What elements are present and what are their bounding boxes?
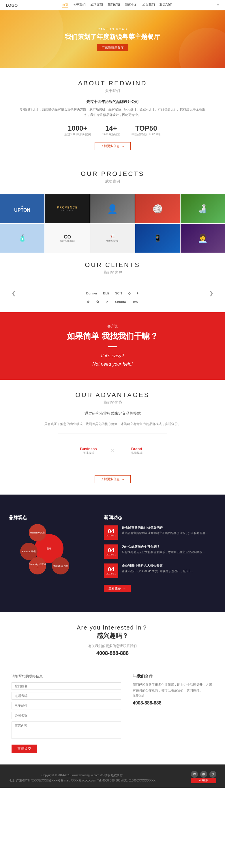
hero-section: CANTON ROAD 我们策划了年度新锐粤菜主题餐厅 广东溢蒸庄餐厅 [0, 10, 225, 68]
client-triangle: △ [106, 300, 108, 304]
adv-learn-more-button[interactable]: 了解更多信息 → [95, 475, 131, 483]
news-item-2[interactable]: 04 2016-11 为什么品牌颜色个符合您？ 只有找到适合企业文化的色彩体系，… [104, 545, 219, 559]
about-en-title: ABOUT REDWIND [17, 80, 208, 87]
contact-form-container: 请填写您的联络信息 立即提交 [11, 674, 121, 753]
learn-more-label: 了解更多信息 [101, 144, 120, 148]
client-bw: BW [133, 300, 138, 304]
brand-circles: 品牌 Ustability 实用 Balance 平衡 Creativity 创… [26, 525, 72, 571]
quote-en1: If it's easy? [17, 352, 208, 360]
company-input[interactable] [11, 712, 121, 719]
interest-section: Are you interested in？ 感兴趣吗？ 有关我们的更多信息请联… [0, 612, 225, 674]
news-ym-3: 2016-11 [106, 572, 116, 575]
clients-cn-title: 我们的客户 [11, 270, 214, 275]
footer-bottom-row: Copyright © 2014-2016 www.shiwanguo.com … [9, 769, 216, 783]
hero-subtitle: CANTON ROAD [97, 27, 127, 31]
news-content-2: 为什么品牌颜色个符合您？ 只有找到适合企业文化的色彩体系，才能真正建立企业识别系… [122, 545, 219, 554]
about-learn-more-button[interactable]: 了解更多信息 → [95, 142, 131, 150]
project-item-upton[interactable]: ◆ UPTON [0, 194, 44, 223]
form-row-name [11, 682, 121, 690]
nav-news[interactable]: 新闻中心 [125, 3, 138, 7]
dark-section: 品牌观点 品牌 Ustability 实用 Balance 平衡 Creativ… [0, 495, 225, 612]
news-day-3: 04 [108, 566, 114, 572]
client-diamond: ◇ [128, 291, 130, 295]
news-section: 新闻动态 04 2016-11 是否经营者的设计价值影响你 通过品牌宣传帮助企业… [98, 506, 225, 601]
footer-right: W 微 Q WP模板 [191, 769, 216, 783]
project-item-tech[interactable]: 📱 [135, 224, 180, 253]
adv-business-box: Business 商业模式 [70, 439, 107, 462]
wp-badge: WP模板 [191, 778, 216, 783]
nav-join[interactable]: 加入我们 [142, 3, 155, 7]
adv-business-title: Business [80, 447, 97, 451]
hero-button[interactable]: 广东溢蒸庄餐厅 [97, 44, 128, 51]
news-date-3: 04 2016-11 [104, 563, 118, 578]
brand-section: 品牌观点 品牌 Ustability 实用 Balance 平衡 Creativ… [0, 506, 98, 601]
quote-small-text: 客户说 [17, 324, 208, 329]
more-news-button[interactable]: 查看更多 → [104, 585, 131, 592]
project-item-go[interactable]: GO GOFAIR 2012 [45, 224, 89, 253]
wechat-icon[interactable]: W [191, 771, 198, 778]
project-item-water[interactable]: 🧴 [0, 224, 44, 253]
news-text-3: 企业VI设计（Visual Identity）即视觉识别设计，是CIS... [122, 569, 219, 573]
learn-more-arrow-icon: → [122, 145, 125, 148]
clients-en-title: OUR CLIENTS [11, 261, 214, 269]
adv-cross-icon: ✕ [110, 447, 115, 454]
stat-3-num: TOP50 [132, 124, 161, 132]
news-date-1: 04 2016-11 [104, 525, 118, 540]
nav-home[interactable]: 首页 [62, 3, 68, 7]
stat-1-label: 超过1000款服务案例 [64, 132, 91, 136]
adv-learn-arrow-icon: → [122, 477, 125, 481]
project-item-greenbottle[interactable]: 🍶 [181, 194, 225, 223]
interest-en-title: Are you interested in？ [17, 624, 208, 631]
brand-label-balance: Balance 平衡 [22, 550, 35, 553]
adv-en-title: OUR ADVANTAGES [17, 391, 208, 399]
news-item-1[interactable]: 04 2016-11 是否经营者的设计价值影响你 通过品牌宣传帮助企业商家树立正… [104, 525, 219, 540]
coop-title: 与我们合作 [133, 674, 214, 679]
stat-2-num: 14+ [102, 124, 120, 132]
adv-sub-text: 只有真正了解您的商业模式，找到差异化的核心价值，才能建立有竞争力的品牌模式，实现… [17, 422, 208, 426]
weibo-icon[interactable]: 微 [200, 771, 207, 778]
brand-label-creativity: Creativity 创意设计 [29, 563, 46, 569]
form-row-email [11, 702, 121, 709]
news-item-3[interactable]: 04 2016-11 企业VI设计分析六大核心要素 企业VI设计（Visual … [104, 563, 219, 578]
project-item-chinese[interactable]: 江 中国食品网络 [90, 224, 135, 253]
stat-1: 1000+ 超过1000款服务案例 [64, 124, 91, 136]
qq-icon[interactable]: Q [210, 771, 216, 778]
project-item-woman1[interactable]: 👤 [90, 194, 135, 223]
hamburger-icon[interactable]: ≡ [217, 3, 219, 8]
brand-title: 品牌观点 [9, 515, 89, 521]
clients-prev-button[interactable]: ❮ [11, 290, 16, 297]
footer-address: 地址: 广东省广州市XXX区XX街道XXX号 E-mail: XXXX@xxxx… [9, 778, 156, 783]
message-textarea[interactable] [11, 721, 121, 739]
submit-button[interactable]: 立即提交 [11, 745, 37, 753]
projects-section: OUR PROJECTS 成功案例 ◆ UPTON PROVENCE VILLA… [0, 161, 225, 253]
stat-2-label: 14年专业经营 [102, 132, 120, 136]
client-star: ✦ [136, 291, 139, 295]
project-item-woman2[interactable]: 👩‍💼 [181, 224, 225, 253]
navbar: LOGO 首页 关于我们 成功案例 我们优势 新闻中心 加入我们 联系我们 ≡ [0, 0, 225, 10]
nav-projects[interactable]: 成功案例 [90, 3, 103, 7]
adv-learn-label: 了解更多信息 [101, 477, 120, 481]
news-title: 新闻动态 [104, 515, 219, 521]
stat-1-num: 1000+ [64, 124, 91, 132]
nav-contact[interactable]: 联系我们 [160, 3, 172, 7]
coop-phone: 4008-888-888 [133, 701, 214, 706]
project-item-provence[interactable]: PROVENCE VILLAS [45, 194, 89, 223]
project-item-sport[interactable]: 🏐 [135, 194, 180, 223]
news-text-2: 只有找到适合企业文化的色彩体系，才能真正建立企业识别系统... [122, 550, 219, 554]
quote-en2: Not need your help! [17, 360, 208, 369]
clients-next-button[interactable]: ❯ [209, 290, 214, 297]
email-input[interactable] [11, 702, 121, 709]
about-heading: 走过十四年历程的品牌设计公司 [17, 99, 208, 104]
adv-heading: 通过研究商业模式来定义品牌模式 [17, 411, 208, 416]
footer-copyright: Copyright © 2014-2016 www.shiwanguo.com … [9, 773, 156, 778]
news-text-1: 通过品牌宣传帮助企业商家树立正确的品牌价值观，打造特色品牌... [122, 531, 219, 535]
news-ym-2: 2016-11 [106, 553, 116, 556]
phone-input[interactable] [11, 692, 121, 700]
nav-advantages[interactable]: 我们优势 [107, 3, 120, 7]
nav-about[interactable]: 关于我们 [73, 3, 86, 7]
hero-title: 我们策划了年度新锐粤菜主题餐厅 [65, 33, 160, 41]
projects-en-title: OUR PROJECTS [0, 170, 225, 178]
name-input[interactable] [11, 682, 121, 690]
about-cn-title: 关于我们 [17, 88, 208, 93]
news-date-2: 04 2016-11 [104, 545, 118, 559]
